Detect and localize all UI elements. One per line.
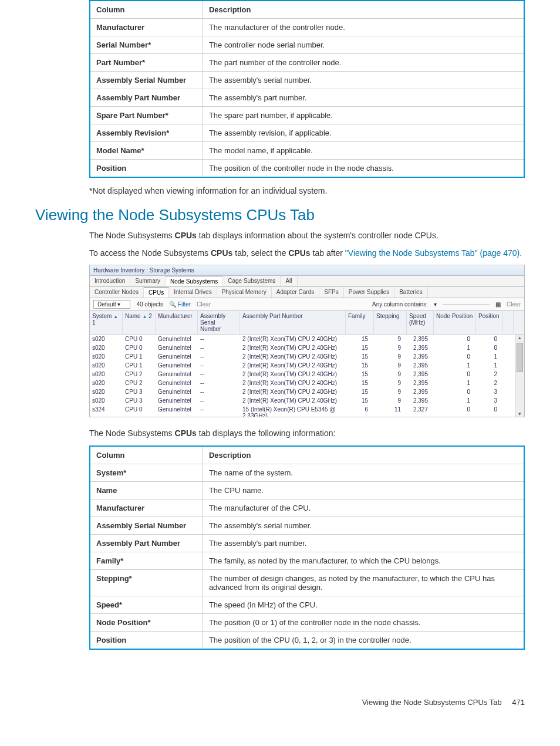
sub-tabs: Controller NodesCPUsInternal DrivesPhysi… xyxy=(90,287,524,298)
sub-tab-controller-nodes[interactable]: Controller Nodes xyxy=(90,287,144,298)
table2-header-column: Column xyxy=(90,446,203,464)
column-header-position[interactable]: Position xyxy=(476,311,503,334)
table-row: ManufacturerThe manufacturer of the CPU. xyxy=(90,499,524,517)
column-header-stepping[interactable]: Stepping xyxy=(374,311,407,334)
column-header-name[interactable]: Name ▲ 2 xyxy=(123,311,156,334)
top-tab-all[interactable]: All xyxy=(281,276,297,286)
grid-row[interactable]: s020CPU 1GenuineIntel--2 (Intel(R) Xeon(… xyxy=(90,361,524,370)
screenshot-hardware-inventory: Hardware Inventory : Storage Systems Int… xyxy=(89,265,525,417)
table-row: Serial Number*The controller node serial… xyxy=(90,36,524,54)
scroll-thumb[interactable] xyxy=(517,343,523,372)
table-row: Spare Part Number*The spare part number,… xyxy=(90,107,524,124)
top-tab-introduction[interactable]: Introduction xyxy=(90,276,130,286)
filter-text-input[interactable] xyxy=(443,304,490,305)
clear-right-link[interactable]: Clear xyxy=(507,301,521,308)
following-info-paragraph: The Node Subsystems CPUs tab displays th… xyxy=(89,428,525,440)
table-row: Assembly Part NumberThe assembly's part … xyxy=(90,89,524,107)
column-header-system[interactable]: System ▲ 1 xyxy=(90,311,123,334)
sub-tab-cpus[interactable]: CPUs xyxy=(144,287,169,298)
top-tab-summary[interactable]: Summary xyxy=(130,276,166,286)
grid-row[interactable]: s020CPU 3GenuineIntel--2 (Intel(R) Xeon(… xyxy=(90,396,524,405)
top-tabs: IntroductionSummaryNode SubsystemsCage S… xyxy=(90,276,524,287)
table-row: Family*The family, as noted by the manuf… xyxy=(90,552,524,569)
table-row: Assembly Serial NumberThe assembly's ser… xyxy=(90,517,524,534)
properties-table-1: Column Description ManufacturerThe manuf… xyxy=(89,0,525,178)
filter-preset-select[interactable]: Default ▾ xyxy=(93,300,130,309)
grid-row[interactable]: s020CPU 3GenuineIntel--2 (Intel(R) Xeon(… xyxy=(90,387,524,396)
intro-paragraph-2: To access the Node Subsystems CPUs tab, … xyxy=(89,248,525,259)
table-row: PositionThe position of the controller n… xyxy=(90,160,524,178)
scroll-down-arrow-icon[interactable]: ▾ xyxy=(515,411,524,417)
table-row: Speed*The speed (in MHz) of the CPU. xyxy=(90,596,524,613)
sort-asc-icon: ▲ xyxy=(113,314,118,319)
page-footer: Viewing the Node Subsystems CPUs Tab 471 xyxy=(0,698,525,707)
column-header-nodepos[interactable]: Node Position xyxy=(434,311,476,334)
table-row: Node Position*The position (0 or 1) of t… xyxy=(90,613,524,631)
object-count-label: 40 objects xyxy=(136,301,163,308)
intro-paragraph-1: The Node Subsystems CPUs tab displays in… xyxy=(89,230,525,242)
sub-tab-sfps[interactable]: SFPs xyxy=(319,287,343,298)
vertical-scrollbar[interactable]: ▴ ▾ xyxy=(515,335,524,417)
table-row: Assembly Serial NumberThe assembly's ser… xyxy=(90,72,524,89)
scroll-up-arrow-icon[interactable]: ▴ xyxy=(515,335,524,340)
table-row: ManufacturerThe manufacturer of the cont… xyxy=(90,19,524,36)
chevron-down-icon: ▾ xyxy=(117,301,120,308)
grid-row[interactable]: s020CPU 1GenuineIntel--2 (Intel(R) Xeon(… xyxy=(90,352,524,361)
grid-header-row: System ▲ 1 Name ▲ 2 Manufacturer Assembl… xyxy=(90,311,524,335)
column-header-asn[interactable]: Assembly Serial Number xyxy=(198,311,240,334)
page-number: 471 xyxy=(512,698,525,707)
column-header-manufacturer[interactable]: Manufacturer xyxy=(156,311,198,334)
grid-row[interactable]: s324CPU 0GenuineIntel--15 (Intel(R) Xeon… xyxy=(90,405,524,417)
any-column-contains-label: Any column contains: xyxy=(372,301,428,308)
table-row: Part Number*The part number of the contr… xyxy=(90,54,524,72)
table-row: System*The name of the system. xyxy=(90,464,524,481)
table-row: Assembly Part NumberThe assembly's part … xyxy=(90,534,524,552)
column-header-apn[interactable]: Assembly Part Number xyxy=(240,311,346,334)
footnote-not-displayed: *Not displayed when viewing information … xyxy=(89,186,525,195)
top-tab-cage-subsystems[interactable]: Cage Subsystems xyxy=(223,276,281,286)
table-row: Stepping*The number of design changes, a… xyxy=(90,569,524,596)
chevron-down-icon: ▾ xyxy=(434,301,437,308)
grid-body: s020CPU 0GenuineIntel--2 (Intel(R) Xeon(… xyxy=(90,335,524,417)
clear-left-link[interactable]: Clear xyxy=(197,301,211,308)
properties-table-2: Column Description System*The name of th… xyxy=(89,445,525,650)
footer-title: Viewing the Node Subsystems CPUs Tab xyxy=(362,698,502,707)
table1-header-column: Column xyxy=(90,1,203,19)
sort-asc-icon: ▲ xyxy=(142,314,147,319)
grid-row[interactable]: s020CPU 0GenuineIntel--2 (Intel(R) Xeon(… xyxy=(90,335,524,343)
table2-header-description: Description xyxy=(203,446,524,464)
top-tab-node-subsystems[interactable]: Node Subsystems xyxy=(166,276,223,286)
table-row: Assembly Revision*The assembly revision,… xyxy=(90,124,524,142)
grid-row[interactable]: s020CPU 2GenuineIntel--2 (Intel(R) Xeon(… xyxy=(90,370,524,379)
columns-icon[interactable]: ▦ xyxy=(495,301,501,308)
table-row: NameThe CPU name. xyxy=(90,481,524,499)
sub-tab-adapter-cards[interactable]: Adapter Cards xyxy=(272,287,319,298)
column-header-family[interactable]: Family xyxy=(346,311,374,334)
grid-row[interactable]: s020CPU 2GenuineIntel--2 (Intel(R) Xeon(… xyxy=(90,379,524,387)
sub-tab-batteries[interactable]: Batteries xyxy=(394,287,427,298)
sub-tab-physical-memory[interactable]: Physical Memory xyxy=(217,287,272,298)
sub-tab-internal-drives[interactable]: Internal Drives xyxy=(169,287,217,298)
filter-toolbar: Default ▾ 40 objects 🔍 Filter Clear Any … xyxy=(90,298,524,311)
window-titlebar: Hardware Inventory : Storage Systems xyxy=(90,265,524,276)
table1-header-description: Description xyxy=(203,1,524,19)
table-row: PositionThe position of the CPU (0, 1, 2… xyxy=(90,631,524,649)
link-viewing-node-subsystems[interactable]: "Viewing the Node Subsystems Tab" (page … xyxy=(345,248,519,258)
column-header-speed[interactable]: Speed (MHz) xyxy=(407,311,434,334)
grid-row[interactable]: s020CPU 0GenuineIntel--2 (Intel(R) Xeon(… xyxy=(90,343,524,352)
filter-link[interactable]: 🔍 Filter xyxy=(169,301,191,308)
sub-tab-power-supplies[interactable]: Power Supplies xyxy=(344,287,394,298)
section-heading: Viewing the Node Subsystems CPUs Tab xyxy=(35,206,525,224)
table-row: Model Name*The model name, if applicable… xyxy=(90,142,524,160)
